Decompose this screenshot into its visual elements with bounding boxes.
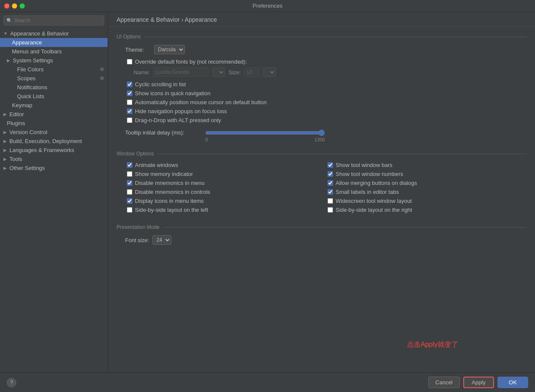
theme-select[interactable]: Darcula IntelliJ <box>154 45 185 54</box>
gear-icon: ⚙ <box>100 67 104 72</box>
show-tool-window-bars-checkbox[interactable] <box>327 162 333 168</box>
window-options-col2: Show tool window bars Show tool window n… <box>326 162 526 216</box>
cyclic-scrolling-checkbox[interactable] <box>127 82 132 87</box>
animate-windows-checkbox[interactable] <box>127 162 132 168</box>
sidebar-item-file-colors[interactable]: File Colors ⚙ <box>0 65 108 74</box>
sidebar-item-label: Keymap <box>12 102 32 108</box>
auto-position-mouse-label: Automatically position mouse cursor on d… <box>135 99 267 105</box>
sidebar-item-menus-toolbars[interactable]: Menus and Toolbars <box>0 47 108 56</box>
triangle-icon: ▶ <box>7 58 10 63</box>
cancel-button[interactable]: Cancel <box>428 377 460 388</box>
theme-row: Theme: Darcula IntelliJ <box>125 45 526 54</box>
window-options-col1: Animate windows Show memory indicator Di… <box>125 162 326 216</box>
close-button[interactable] <box>4 3 9 9</box>
sidebar-item-label: System Settings <box>13 57 53 64</box>
search-input[interactable] <box>14 18 101 23</box>
sidebar-item-plugins[interactable]: Plugins <box>0 119 108 128</box>
override-fonts-checkbox[interactable] <box>127 59 132 64</box>
sidebar-item-label: Quick Lists <box>17 93 44 99</box>
tooltip-delay-label: Tooltip initial delay (ms): <box>125 129 202 136</box>
show-memory-checkbox[interactable] <box>127 171 132 177</box>
titlebar: Preferences <box>0 0 535 12</box>
window-options-title: Window Options <box>117 151 154 157</box>
content-area: Appearance & Behavior › Appearance UI Op… <box>108 12 535 372</box>
hide-nav-popups-label: Hide navigation popups on focus loss <box>135 108 227 114</box>
show-tool-window-numbers-row: Show tool window numbers <box>326 171 526 177</box>
dialog-buttons: Cancel Apply OK <box>428 377 528 388</box>
sidebar: 🔍 ▼ Appearance & Behavior Appearance Men… <box>0 12 108 372</box>
side-by-side-left-checkbox[interactable] <box>127 207 132 213</box>
triangle-icon: ▶ <box>3 166 7 170</box>
show-tool-window-numbers-checkbox[interactable] <box>327 171 333 177</box>
window-options-section-header: Window Options <box>117 151 526 157</box>
sidebar-item-build-execution[interactable]: ▶ Build, Execution, Deployment <box>0 137 108 146</box>
display-icons-menu-row: Display icons in menu items <box>125 198 326 204</box>
sidebar-item-label: Appearance & Behavior <box>10 30 69 37</box>
side-by-side-right-label: Side-by-side layout on the right <box>336 207 412 213</box>
minimize-button[interactable] <box>12 3 17 9</box>
font-size-pres-select[interactable]: 24 16 20 28 32 <box>152 235 171 245</box>
sidebar-item-keymap[interactable]: Keymap <box>0 101 108 110</box>
section-divider-2 <box>157 154 526 154</box>
theme-label: Theme: <box>125 47 151 53</box>
show-icons-quick-nav-checkbox[interactable] <box>127 91 132 96</box>
ok-button[interactable]: OK <box>497 377 528 388</box>
sidebar-item-scopes[interactable]: Scopes ⚙ <box>0 74 108 83</box>
sidebar-item-label: Version Control <box>9 129 47 135</box>
allow-merging-buttons-checkbox[interactable] <box>327 180 333 186</box>
sidebar-item-tools[interactable]: ▶ Tools <box>0 155 108 164</box>
font-name-input <box>153 67 209 77</box>
disable-mnemonics-menu-checkbox[interactable] <box>127 180 132 186</box>
window-options-grid: Animate windows Show memory indicator Di… <box>125 162 526 216</box>
maximize-button[interactable] <box>20 3 25 9</box>
display-icons-menu-checkbox[interactable] <box>127 198 132 204</box>
side-by-side-left-label: Side-by-side layout on the left <box>135 207 208 213</box>
hide-nav-popups-checkbox[interactable] <box>127 108 132 114</box>
sidebar-item-label: Build, Execution, Deployment <box>9 138 82 144</box>
auto-position-mouse-row: Automatically position mouse cursor on d… <box>125 99 526 105</box>
sidebar-item-quick-lists[interactable]: Quick Lists <box>0 92 108 101</box>
font-name-label: Name: <box>134 69 150 76</box>
sidebar-item-other-settings[interactable]: ▶ Other Settings <box>0 164 108 173</box>
breadcrumb: Appearance & Behavior › Appearance <box>108 12 535 27</box>
ui-options-section-header: UI Options <box>117 34 526 40</box>
display-icons-menu-label: Display icons in menu items <box>135 198 204 204</box>
search-box[interactable]: 🔍 <box>3 15 104 26</box>
sidebar-item-label: Tools <box>9 156 22 162</box>
drag-alt-checkbox[interactable] <box>127 117 132 123</box>
font-size-input <box>244 67 260 77</box>
tooltip-delay-slider[interactable] <box>205 129 325 136</box>
allow-merging-buttons-label: Allow merging buttons on dialogs <box>336 180 417 186</box>
widescreen-layout-checkbox[interactable] <box>327 198 333 204</box>
sidebar-item-label: Appearance <box>12 39 42 46</box>
window-controls <box>4 3 25 9</box>
auto-position-mouse-checkbox[interactable] <box>127 99 132 105</box>
sidebar-item-notifications[interactable]: Notifications <box>0 83 108 92</box>
sidebar-item-label: Plugins <box>7 120 25 126</box>
disable-mnemonics-controls-checkbox[interactable] <box>127 189 132 195</box>
animate-windows-label: Animate windows <box>135 162 178 168</box>
triangle-icon: ▶ <box>3 157 7 161</box>
presentation-mode-section-header: Presentation Mode <box>117 224 526 230</box>
section-divider <box>144 37 526 37</box>
widescreen-layout-row: Widescreen tool window layout <box>326 198 526 204</box>
small-labels-editor-tabs-checkbox[interactable] <box>327 189 333 195</box>
triangle-icon: ▶ <box>3 148 7 152</box>
sidebar-item-appearance-behavior[interactable]: ▼ Appearance & Behavior <box>0 29 108 38</box>
disable-mnemonics-controls-label: Disable mnemonics in controls <box>135 189 210 195</box>
allow-merging-buttons-row: Allow merging buttons on dialogs <box>326 180 526 186</box>
cyclic-scrolling-row: Cyclic scrolling in list <box>125 81 526 88</box>
sidebar-item-appearance[interactable]: Appearance <box>0 38 108 47</box>
sidebar-item-editor[interactable]: ▶ Editor <box>0 110 108 119</box>
disable-mnemonics-controls-row: Disable mnemonics in controls <box>125 189 326 195</box>
side-by-side-right-checkbox[interactable] <box>327 207 333 213</box>
help-button[interactable]: ? <box>7 378 16 387</box>
sidebar-item-label: Menus and Toolbars <box>12 48 62 55</box>
font-size-pres-label: Font size: <box>125 237 149 243</box>
drag-alt-row: Drag-n-Drop with ALT pressed only <box>125 117 526 123</box>
cyclic-scrolling-label: Cyclic scrolling in list <box>135 81 186 88</box>
apply-button[interactable]: Apply <box>463 377 494 388</box>
sidebar-item-version-control[interactable]: ▶ Version Control <box>0 128 108 137</box>
sidebar-item-languages-frameworks[interactable]: ▶ Languages & Frameworks <box>0 146 108 155</box>
sidebar-item-system-settings[interactable]: ▶ System Settings <box>0 56 108 65</box>
